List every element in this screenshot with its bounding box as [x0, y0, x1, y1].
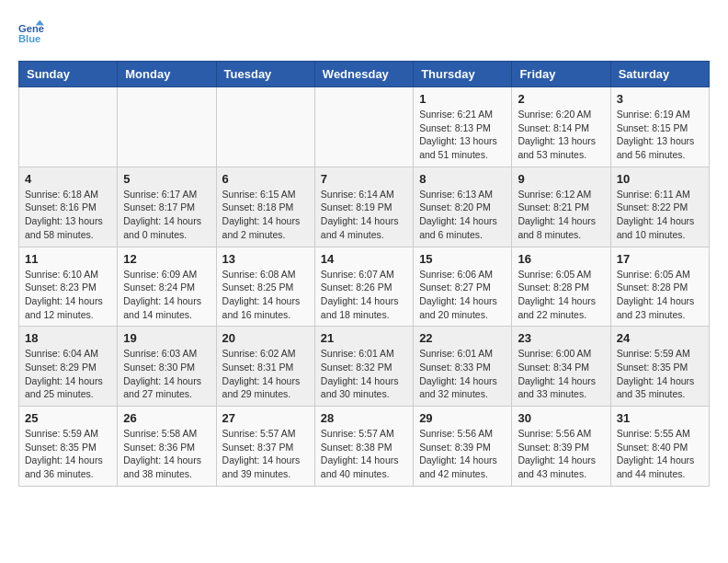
day-number: 29: [419, 411, 506, 425]
calendar-cell: 2Sunrise: 6:20 AMSunset: 8:14 PMDaylight…: [512, 87, 610, 167]
calendar-cell: 4Sunrise: 6:18 AMSunset: 8:16 PMDaylight…: [19, 167, 118, 247]
calendar-cell: 27Sunrise: 5:57 AMSunset: 8:37 PMDayligh…: [216, 407, 314, 487]
day-info: Sunrise: 6:01 AMSunset: 8:32 PMDaylight:…: [321, 347, 407, 401]
calendar-cell: 10Sunrise: 6:11 AMSunset: 8:22 PMDayligh…: [610, 167, 709, 247]
day-number: 8: [419, 172, 506, 186]
calendar-cell: 17Sunrise: 6:05 AMSunset: 8:28 PMDayligh…: [610, 247, 709, 327]
calendar-cell: 24Sunrise: 5:59 AMSunset: 8:35 PMDayligh…: [610, 327, 709, 407]
day-info: Sunrise: 6:10 AMSunset: 8:23 PMDaylight:…: [25, 268, 111, 322]
day-number: 20: [222, 331, 309, 345]
svg-text:Blue: Blue: [18, 33, 40, 44]
calendar-cell: 22Sunrise: 6:01 AMSunset: 8:33 PMDayligh…: [414, 327, 512, 407]
calendar-cell: 20Sunrise: 6:02 AMSunset: 8:31 PMDayligh…: [216, 327, 314, 407]
day-info: Sunrise: 6:00 AMSunset: 8:34 PMDaylight:…: [518, 347, 604, 401]
calendar-cell: [314, 87, 413, 167]
calendar-cell: 9Sunrise: 6:12 AMSunset: 8:21 PMDaylight…: [512, 167, 610, 247]
day-info: Sunrise: 6:05 AMSunset: 8:28 PMDaylight:…: [518, 268, 604, 322]
calendar-table: SundayMondayTuesdayWednesdayThursdayFrid…: [18, 61, 710, 487]
day-info: Sunrise: 5:55 AMSunset: 8:40 PMDaylight:…: [617, 427, 703, 481]
day-number: 1: [419, 92, 506, 106]
calendar-cell: 1Sunrise: 6:21 AMSunset: 8:13 PMDaylight…: [414, 87, 512, 167]
day-info: Sunrise: 6:08 AMSunset: 8:25 PMDaylight:…: [222, 268, 309, 322]
day-number: 30: [518, 411, 604, 425]
calendar-cell: 23Sunrise: 6:00 AMSunset: 8:34 PMDayligh…: [512, 327, 610, 407]
day-info: Sunrise: 6:21 AMSunset: 8:13 PMDaylight:…: [419, 108, 506, 162]
day-info: Sunrise: 5:58 AMSunset: 8:36 PMDaylight:…: [123, 427, 210, 481]
day-number: 17: [617, 252, 703, 266]
weekday-header-saturday: Saturday: [610, 62, 709, 87]
day-number: 22: [419, 331, 506, 345]
day-info: Sunrise: 5:56 AMSunset: 8:39 PMDaylight:…: [518, 427, 604, 481]
calendar-cell: 25Sunrise: 5:59 AMSunset: 8:35 PMDayligh…: [19, 407, 118, 487]
day-number: 26: [123, 411, 210, 425]
day-number: 21: [321, 331, 407, 345]
calendar-cell: 26Sunrise: 5:58 AMSunset: 8:36 PMDayligh…: [118, 407, 216, 487]
day-info: Sunrise: 6:12 AMSunset: 8:21 PMDaylight:…: [518, 188, 604, 242]
weekday-header-thursday: Thursday: [414, 62, 512, 87]
day-number: 23: [518, 331, 604, 345]
weekday-header-monday: Monday: [118, 62, 216, 87]
day-number: 11: [25, 252, 111, 266]
weekday-header-friday: Friday: [512, 62, 610, 87]
day-info: Sunrise: 6:13 AMSunset: 8:20 PMDaylight:…: [419, 188, 506, 242]
day-number: 7: [321, 172, 407, 186]
calendar-cell: 21Sunrise: 6:01 AMSunset: 8:32 PMDayligh…: [314, 327, 413, 407]
day-info: Sunrise: 6:20 AMSunset: 8:14 PMDaylight:…: [518, 108, 604, 162]
day-info: Sunrise: 6:17 AMSunset: 8:17 PMDaylight:…: [123, 188, 210, 242]
day-number: 18: [25, 331, 111, 345]
calendar-cell: 18Sunrise: 6:04 AMSunset: 8:29 PMDayligh…: [19, 327, 118, 407]
day-number: 25: [25, 411, 111, 425]
day-info: Sunrise: 6:02 AMSunset: 8:31 PMDaylight:…: [222, 347, 309, 401]
calendar-cell: 19Sunrise: 6:03 AMSunset: 8:30 PMDayligh…: [118, 327, 216, 407]
day-number: 12: [123, 252, 210, 266]
day-info: Sunrise: 6:19 AMSunset: 8:15 PMDaylight:…: [617, 108, 703, 162]
day-info: Sunrise: 5:57 AMSunset: 8:37 PMDaylight:…: [222, 427, 309, 481]
day-info: Sunrise: 5:59 AMSunset: 8:35 PMDaylight:…: [617, 347, 703, 401]
calendar-cell: 13Sunrise: 6:08 AMSunset: 8:25 PMDayligh…: [216, 247, 314, 327]
calendar-cell: 15Sunrise: 6:06 AMSunset: 8:27 PMDayligh…: [414, 247, 512, 327]
day-number: 10: [617, 172, 703, 186]
calendar-cell: 6Sunrise: 6:15 AMSunset: 8:18 PMDaylight…: [216, 167, 314, 247]
calendar-cell: 5Sunrise: 6:17 AMSunset: 8:17 PMDaylight…: [118, 167, 216, 247]
weekday-header-tuesday: Tuesday: [216, 62, 314, 87]
day-info: Sunrise: 5:57 AMSunset: 8:38 PMDaylight:…: [321, 427, 407, 481]
calendar-cell: [118, 87, 216, 167]
calendar-cell: 28Sunrise: 5:57 AMSunset: 8:38 PMDayligh…: [314, 407, 413, 487]
calendar-cell: 16Sunrise: 6:05 AMSunset: 8:28 PMDayligh…: [512, 247, 610, 327]
calendar-cell: 31Sunrise: 5:55 AMSunset: 8:40 PMDayligh…: [610, 407, 709, 487]
day-number: 27: [222, 411, 309, 425]
day-number: 24: [617, 331, 703, 345]
day-number: 31: [617, 411, 703, 425]
day-number: 4: [25, 172, 111, 186]
day-number: 3: [617, 92, 703, 106]
weekday-header-wednesday: Wednesday: [314, 62, 413, 87]
calendar-cell: 29Sunrise: 5:56 AMSunset: 8:39 PMDayligh…: [414, 407, 512, 487]
day-info: Sunrise: 6:14 AMSunset: 8:19 PMDaylight:…: [321, 188, 407, 242]
calendar-cell: 11Sunrise: 6:10 AMSunset: 8:23 PMDayligh…: [19, 247, 118, 327]
day-info: Sunrise: 6:01 AMSunset: 8:33 PMDaylight:…: [419, 347, 506, 401]
day-number: 15: [419, 252, 506, 266]
day-info: Sunrise: 6:06 AMSunset: 8:27 PMDaylight:…: [419, 268, 506, 322]
day-info: Sunrise: 6:04 AMSunset: 8:29 PMDaylight:…: [25, 347, 111, 401]
day-info: Sunrise: 6:11 AMSunset: 8:22 PMDaylight:…: [617, 188, 703, 242]
day-number: 13: [222, 252, 309, 266]
logo: General Blue: [18, 18, 48, 44]
calendar-cell: 7Sunrise: 6:14 AMSunset: 8:19 PMDaylight…: [314, 167, 413, 247]
day-info: Sunrise: 6:03 AMSunset: 8:30 PMDaylight:…: [123, 347, 210, 401]
weekday-header-sunday: Sunday: [19, 62, 118, 87]
day-number: 9: [518, 172, 604, 186]
day-number: 19: [123, 331, 210, 345]
calendar-cell: 12Sunrise: 6:09 AMSunset: 8:24 PMDayligh…: [118, 247, 216, 327]
day-info: Sunrise: 6:07 AMSunset: 8:26 PMDaylight:…: [321, 268, 407, 322]
day-info: Sunrise: 6:15 AMSunset: 8:18 PMDaylight:…: [222, 188, 309, 242]
calendar-cell: [19, 87, 118, 167]
day-number: 16: [518, 252, 604, 266]
day-info: Sunrise: 5:59 AMSunset: 8:35 PMDaylight:…: [25, 427, 111, 481]
day-info: Sunrise: 5:56 AMSunset: 8:39 PMDaylight:…: [419, 427, 506, 481]
calendar-cell: 3Sunrise: 6:19 AMSunset: 8:15 PMDaylight…: [610, 87, 709, 167]
day-info: Sunrise: 6:09 AMSunset: 8:24 PMDaylight:…: [123, 268, 210, 322]
calendar-cell: 8Sunrise: 6:13 AMSunset: 8:20 PMDaylight…: [414, 167, 512, 247]
day-number: 14: [321, 252, 407, 266]
day-info: Sunrise: 6:18 AMSunset: 8:16 PMDaylight:…: [25, 188, 111, 242]
day-number: 5: [123, 172, 210, 186]
